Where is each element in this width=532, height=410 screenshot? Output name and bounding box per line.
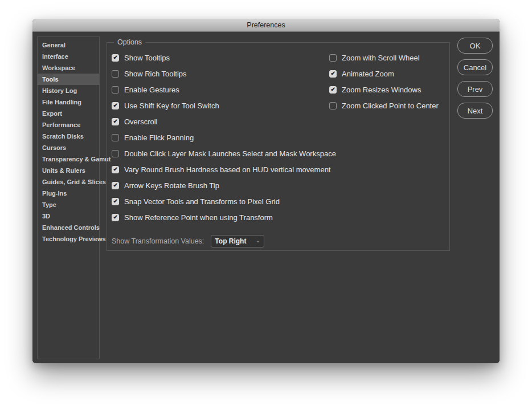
sidebar-item-transparency-gamut[interactable]: Transparency & Gamut bbox=[38, 153, 99, 165]
checkbox[interactable] bbox=[329, 102, 337, 109]
checkbox[interactable] bbox=[112, 214, 119, 221]
button-label: Prev bbox=[468, 85, 483, 94]
sidebar-item-technology-previews[interactable]: Technology Previews bbox=[38, 233, 99, 245]
cancel-button[interactable]: Cancel bbox=[457, 59, 493, 75]
checkbox-label: Show Rich Tooltips bbox=[124, 70, 187, 78]
options-left-column: Show Tooltips Show Rich Tooltips Enable … bbox=[112, 50, 336, 225]
button-label: Next bbox=[468, 107, 483, 115]
sidebar-item-export[interactable]: Export bbox=[38, 108, 99, 119]
checkbox-label: Zoom Resizes Windows bbox=[342, 86, 421, 94]
sidebar-item-type[interactable]: Type bbox=[38, 199, 99, 210]
chevron-down-icon: ⌄ bbox=[255, 237, 260, 243]
button-label: Cancel bbox=[464, 63, 486, 72]
option-overscroll[interactable]: Overscroll bbox=[112, 113, 336, 129]
sidebar-item-label: Units & Rulers bbox=[42, 167, 85, 174]
sidebar-item-workspace[interactable]: Workspace bbox=[38, 62, 99, 74]
transformation-values-select[interactable]: Top Right ⌄ bbox=[211, 235, 264, 247]
sidebar-item-history-log[interactable]: History Log bbox=[38, 85, 99, 96]
checkbox-label: Zoom with Scroll Wheel bbox=[342, 54, 420, 62]
sidebar-item-file-handling[interactable]: File Handling bbox=[38, 96, 99, 108]
option-vary-round-brush-hardness-based-on-hud-vertical-movement[interactable]: Vary Round Brush Hardness based on HUD v… bbox=[112, 161, 336, 177]
sidebar-item-label: Guides, Grid & Slices bbox=[42, 178, 106, 185]
checkbox-label: Show Reference Point when using Transfor… bbox=[124, 213, 273, 222]
sidebar-item-label: Technology Previews bbox=[42, 236, 106, 242]
checkbox[interactable] bbox=[112, 166, 119, 173]
option-enable-gestures[interactable]: Enable Gestures bbox=[112, 82, 336, 98]
checkbox-label: Enable Gestures bbox=[124, 86, 179, 94]
sidebar-item-guides-grid-slices[interactable]: Guides, Grid & Slices bbox=[38, 176, 99, 188]
prev-button[interactable]: Prev bbox=[457, 81, 493, 97]
option-arrow-keys-rotate-brush-tip[interactable]: Arrow Keys Rotate Brush Tip bbox=[112, 177, 336, 193]
sidebar-item-plug-ins[interactable]: Plug-Ins bbox=[38, 188, 99, 199]
sidebar-item-label: Tools bbox=[42, 76, 59, 83]
checkbox[interactable] bbox=[112, 102, 119, 109]
checkbox[interactable] bbox=[112, 182, 119, 189]
checkbox[interactable] bbox=[112, 118, 119, 125]
option-snap-vector-tools-and-transforms-to-pixel-grid[interactable]: Snap Vector Tools and Transforms to Pixe… bbox=[112, 193, 336, 209]
sidebar-item-scratch-disks[interactable]: Scratch Disks bbox=[38, 131, 99, 142]
option-animated-zoom[interactable]: Animated Zoom bbox=[329, 66, 439, 82]
transformation-values-label: Show Transformation Values: bbox=[112, 237, 204, 245]
sidebar-item-label: Interface bbox=[42, 53, 68, 60]
checkbox[interactable] bbox=[329, 86, 337, 94]
option-show-rich-tooltips[interactable]: Show Rich Tooltips bbox=[112, 66, 336, 82]
sidebar-item-label: Transparency & Gamut bbox=[42, 156, 111, 163]
option-zoom-clicked-point-to-center[interactable]: Zoom Clicked Point to Center bbox=[329, 98, 439, 113]
option-double-click-layer-mask-launches-select-and-mask-workspace[interactable]: Double Click Layer Mask Launches Select … bbox=[112, 145, 336, 161]
sidebar-item-label: Plug-Ins bbox=[42, 190, 67, 197]
select-value: Top Right bbox=[215, 237, 255, 245]
ok-button[interactable]: OK bbox=[457, 38, 493, 54]
sidebar-item-enhanced-controls[interactable]: Enhanced Controls bbox=[38, 222, 99, 233]
checkbox-label: Double Click Layer Mask Launches Select … bbox=[124, 149, 336, 158]
sidebar-item-3d[interactable]: 3D bbox=[38, 210, 99, 222]
sidebar-item-label: Export bbox=[42, 110, 62, 117]
sidebar-item-label: Performance bbox=[42, 121, 80, 128]
option-zoom-with-scroll-wheel[interactable]: Zoom with Scroll Wheel bbox=[329, 50, 439, 66]
option-show-tooltips[interactable]: Show Tooltips bbox=[112, 50, 336, 66]
sidebar-item-label: General bbox=[42, 42, 66, 48]
sidebar-item-tools[interactable]: Tools bbox=[38, 74, 99, 85]
checkbox[interactable] bbox=[112, 198, 119, 205]
sidebar-item-label: Cursors bbox=[42, 144, 66, 151]
checkbox-label: Enable Flick Panning bbox=[124, 133, 194, 142]
checkbox[interactable] bbox=[112, 70, 119, 78]
sidebar-item-cursors[interactable]: Cursors bbox=[38, 142, 99, 153]
checkbox-label: Arrow Keys Rotate Brush Tip bbox=[124, 181, 219, 190]
checkbox[interactable] bbox=[112, 150, 119, 157]
checkbox-label: Use Shift Key for Tool Switch bbox=[124, 102, 219, 110]
checkbox[interactable] bbox=[112, 54, 119, 62]
checkbox[interactable] bbox=[112, 134, 119, 141]
option-zoom-resizes-windows[interactable]: Zoom Resizes Windows bbox=[329, 82, 439, 98]
sidebar-item-general[interactable]: General bbox=[38, 39, 99, 51]
checkbox-label: Animated Zoom bbox=[342, 70, 394, 78]
next-button[interactable]: Next bbox=[457, 103, 493, 119]
option-use-shift-key-for-tool-switch[interactable]: Use Shift Key for Tool Switch bbox=[112, 98, 336, 113]
dialog-content: General Interface Workspace Tools Histor… bbox=[32, 32, 500, 363]
checkbox[interactable] bbox=[112, 86, 119, 94]
checkbox-label: Overscroll bbox=[124, 117, 158, 126]
sidebar-item-label: History Log bbox=[42, 87, 77, 94]
options-right-column: Zoom with Scroll Wheel Animated Zoom Zoo… bbox=[329, 50, 439, 113]
checkbox[interactable] bbox=[329, 70, 337, 78]
option-enable-flick-panning[interactable]: Enable Flick Panning bbox=[112, 129, 336, 145]
checkbox-label: Vary Round Brush Hardness based on HUD v… bbox=[124, 165, 330, 174]
sidebar-item-interface[interactable]: Interface bbox=[38, 51, 99, 62]
option-show-reference-point-when-using-transform[interactable]: Show Reference Point when using Transfor… bbox=[112, 209, 336, 225]
sidebar-item-label: 3D bbox=[42, 213, 50, 220]
sidebar-item-label: File Handling bbox=[42, 99, 81, 105]
button-label: OK bbox=[470, 42, 481, 50]
checkbox-label: Zoom Clicked Point to Center bbox=[342, 102, 439, 110]
sidebar-item-units-rulers[interactable]: Units & Rulers bbox=[38, 165, 99, 176]
titlebar[interactable]: Preferences bbox=[32, 19, 500, 32]
preferences-sidebar: General Interface Workspace Tools Histor… bbox=[37, 36, 100, 359]
preferences-dialog: Preferences General Interface Workspace … bbox=[32, 19, 500, 363]
sidebar-item-label: Workspace bbox=[42, 64, 76, 71]
sidebar-item-performance[interactable]: Performance bbox=[38, 119, 99, 131]
sidebar-item-label: Scratch Disks bbox=[42, 133, 84, 140]
window-title: Preferences bbox=[247, 21, 285, 29]
transformation-values-row: Show Transformation Values: Top Right ⌄ bbox=[112, 235, 264, 247]
checkbox-label: Snap Vector Tools and Transforms to Pixe… bbox=[124, 197, 280, 206]
checkbox-label: Show Tooltips bbox=[124, 54, 170, 62]
checkbox[interactable] bbox=[329, 54, 337, 62]
sidebar-item-label: Type bbox=[42, 201, 56, 208]
